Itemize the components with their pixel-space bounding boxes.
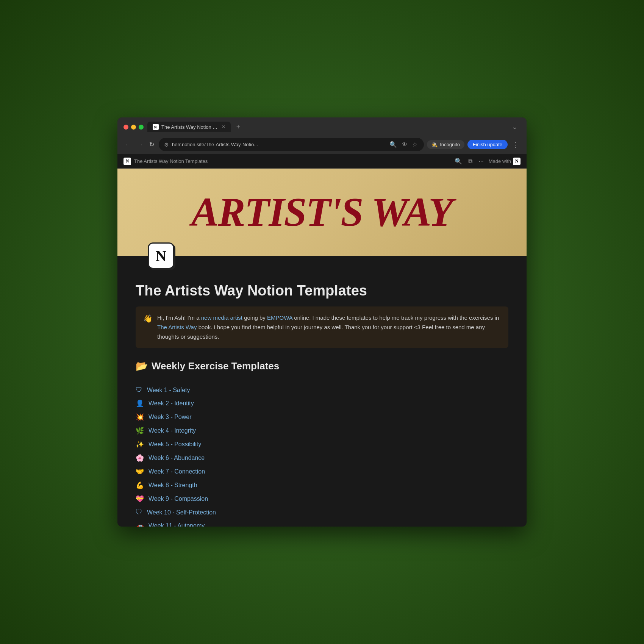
maximize-button[interactable]: [139, 125, 144, 130]
finish-update-button[interactable]: Finish update: [467, 140, 508, 149]
intro-text-4: book. I hope you find them helpful in yo…: [157, 324, 485, 340]
browser-window: N The Artists Way Notion Temp... ✕ + ⌄ ←…: [117, 117, 527, 527]
incognito-button[interactable]: 🕵 Incognito: [427, 140, 464, 149]
week-item[interactable]: 🛡 Week 10 - Self-Protection: [136, 508, 508, 516]
intro-text-3: online. I made these templates to help m…: [292, 314, 499, 321]
notion-search-button[interactable]: 🔍: [453, 156, 463, 166]
tab-favicon: N: [153, 124, 159, 130]
week-label: Week 5 - Possibility: [148, 441, 201, 448]
week-label: Week 7 - Connection: [148, 468, 205, 475]
notion-logo-block: N: [148, 242, 174, 269]
hero-title-wrap: ARTIST'S WAY: [191, 192, 452, 233]
week-label: Week 2 - Identity: [148, 400, 194, 407]
back-button[interactable]: ←: [123, 140, 133, 150]
tab-title: The Artists Way Notion Temp...: [161, 124, 219, 130]
week-emoji: 🚗: [136, 522, 144, 527]
section-divider: [136, 379, 508, 379]
search-icon[interactable]: 🔍: [388, 140, 398, 149]
page-title: The Artists Way Notion Templates: [136, 283, 508, 299]
incognito-icon: 🕵: [431, 142, 438, 147]
week-label: Week 4 - Integrity: [148, 427, 196, 434]
bookmark-icon[interactable]: ☆: [411, 140, 419, 149]
week-emoji: 🛡: [136, 508, 142, 516]
week-emoji: 🌸: [136, 454, 144, 462]
title-bar: N The Artists Way Notion Temp... ✕ + ⌄: [117, 117, 527, 136]
traffic-lights: [123, 125, 144, 130]
active-tab[interactable]: N The Artists Way Notion Temp... ✕: [147, 122, 231, 132]
address-bar: ← → ↻ ⚙ herr.notion.site/The-Artists-Way…: [117, 136, 527, 154]
week-label: Week 1 - Safety: [147, 387, 190, 394]
week-emoji: ✨: [136, 440, 144, 449]
notion-logo-letter: N: [156, 247, 167, 265]
week-label: Week 10 - Self-Protection: [147, 509, 216, 516]
tab-expand-button[interactable]: ⌄: [509, 121, 521, 133]
tab-bar: N The Artists Way Notion Temp... ✕ + ⌄: [147, 121, 521, 133]
week-emoji: 🤝: [136, 467, 144, 476]
hero-title: ARTIST'S WAY: [191, 192, 452, 233]
section-heading: 📂 Weekly Exercise Templates: [136, 360, 508, 372]
svg-text:N: N: [154, 125, 157, 129]
week-emoji: 💝: [136, 495, 144, 503]
section-emoji: 📂: [136, 360, 148, 372]
browser-more-button[interactable]: ⋮: [511, 139, 521, 150]
week-item[interactable]: 🚗 Week 11 - Autonomy: [136, 522, 508, 527]
incognito-label: Incognito: [440, 142, 460, 147]
intro-box: 👋 Hi, I'm Ash! I'm a new media artist go…: [136, 306, 508, 348]
week-item[interactable]: 💥 Week 3 - Power: [136, 413, 508, 421]
minimize-button[interactable]: [131, 125, 136, 130]
address-input[interactable]: ⚙ herr.notion.site/The-Artists-Way-Notio…: [159, 138, 424, 151]
new-media-artist-link[interactable]: new media artist: [201, 314, 242, 321]
week-label: Week 8 - Strength: [148, 482, 197, 489]
intro-text-1: Hi, I'm Ash! I'm a: [157, 314, 201, 321]
forward-button[interactable]: →: [136, 140, 145, 150]
week-emoji: 💪: [136, 481, 144, 489]
week-emoji: 👤: [136, 399, 144, 408]
tab-close-button[interactable]: ✕: [222, 124, 225, 130]
week-list: 🛡 Week 1 - Safety 👤 Week 2 - Identity 💥 …: [136, 386, 508, 527]
hero-banner: ARTIST'S WAY: [117, 169, 527, 256]
notion-site-title: The Artists Way Notion Templates: [134, 158, 208, 164]
week-emoji: 💥: [136, 413, 144, 421]
security-icon: ⚙: [164, 142, 169, 148]
week-label: Week 3 - Power: [148, 414, 192, 420]
week-item[interactable]: 🌸 Week 6 - Abundance: [136, 454, 508, 462]
intro-emoji: 👋: [143, 314, 153, 323]
made-with-notion-icon: N: [513, 158, 521, 165]
notion-favicon: N: [123, 158, 131, 165]
made-with-label: Made with: [489, 158, 511, 164]
made-with: Made with N: [489, 158, 521, 165]
close-button[interactable]: [123, 125, 128, 130]
refresh-button[interactable]: ↻: [148, 139, 156, 150]
week-item[interactable]: ✨ Week 5 - Possibility: [136, 440, 508, 449]
week-label: Week 6 - Abundance: [148, 455, 205, 461]
notion-topbar-left: N The Artists Way Notion Templates: [123, 158, 208, 165]
section-title: Weekly Exercise Templates: [152, 360, 279, 372]
artists-way-link[interactable]: The Artists Way: [157, 324, 197, 330]
week-emoji: 🛡: [136, 386, 142, 394]
week-item[interactable]: 🛡 Week 1 - Safety: [136, 386, 508, 394]
week-item[interactable]: 💪 Week 8 - Strength: [136, 481, 508, 489]
intro-text-2: going by: [242, 314, 267, 321]
week-label: Week 11 - Autonomy: [148, 522, 205, 527]
week-item[interactable]: 👤 Week 2 - Identity: [136, 399, 508, 408]
week-item[interactable]: 🌿 Week 4 - Integrity: [136, 427, 508, 435]
notion-topbar-right: 🔍 ⧉ ··· Made with N: [453, 156, 521, 166]
address-actions: 🔍 👁 ☆: [388, 140, 419, 149]
notion-topbar: N The Artists Way Notion Templates 🔍 ⧉ ·…: [117, 154, 527, 169]
empowa-link[interactable]: EMPOWA: [267, 314, 292, 321]
eye-slash-icon[interactable]: 👁: [400, 140, 409, 149]
week-emoji: 🌿: [136, 427, 144, 435]
new-tab-button[interactable]: +: [233, 122, 244, 132]
page-content[interactable]: ARTIST'S WAY N The Artists Way Notion Te…: [117, 169, 527, 527]
url-display: herr.notion.site/The-Artists-Way-Notio..…: [172, 142, 385, 147]
content-body: The Artists Way Notion Templates 👋 Hi, I…: [117, 269, 527, 527]
notion-more-button[interactable]: ···: [477, 157, 485, 166]
week-item[interactable]: 🤝 Week 7 - Connection: [136, 467, 508, 476]
notion-copy-button[interactable]: ⧉: [467, 157, 474, 166]
week-item[interactable]: 💝 Week 9 - Compassion: [136, 495, 508, 503]
intro-text: Hi, I'm Ash! I'm a new media artist goin…: [157, 313, 501, 341]
week-label: Week 9 - Compassion: [148, 496, 208, 502]
